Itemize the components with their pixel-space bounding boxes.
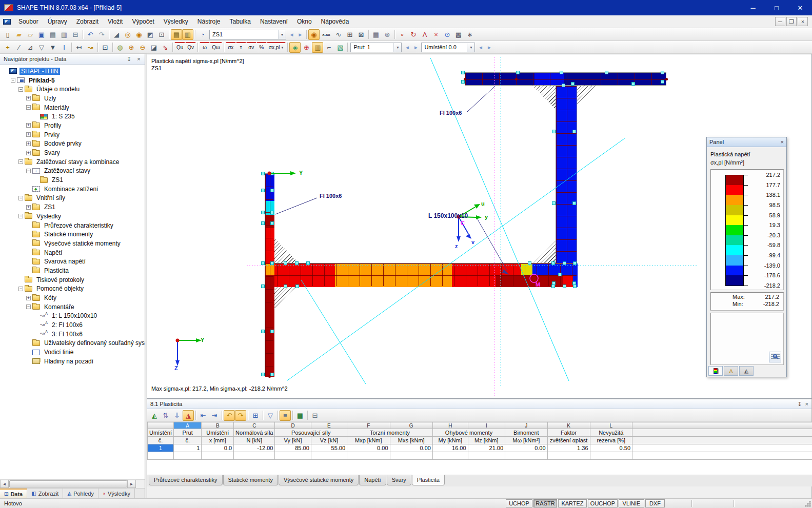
table-cell[interactable]: 16.00	[432, 444, 468, 452]
status-toggle-dxf[interactable]: DXF	[645, 499, 665, 507]
info-icon[interactable]: ⊙	[442, 29, 453, 40]
node-marker[interactable]	[516, 71, 520, 74]
tree-item-1-s-235[interactable]: 1: S 235	[0, 112, 145, 121]
panel-titlebar[interactable]: Panel ×	[707, 137, 786, 147]
menu-item-vysledky[interactable]: Výsledky	[159, 16, 193, 27]
tree-item-vodici-linie[interactable]: Vodicí linie	[0, 348, 145, 357]
node-marker[interactable]	[552, 130, 556, 133]
mdi-minimize-button[interactable]: ─	[775, 17, 785, 26]
close-button[interactable]: ✕	[788, 0, 812, 15]
node-marker[interactable]	[571, 82, 575, 86]
column-letter[interactable]: E	[311, 422, 347, 429]
resize-grip[interactable]	[805, 501, 811, 507]
node-marker[interactable]	[270, 211, 274, 214]
tbl-jump-icon[interactable]: ⇩	[171, 410, 183, 421]
result-qu-button[interactable]: Qu	[174, 42, 185, 52]
copy-icon[interactable]: ▤	[47, 29, 58, 40]
section-element-left-strip[interactable]	[265, 173, 274, 376]
node-marker[interactable]	[562, 84, 565, 87]
settings-icon[interactable]: ∗	[464, 29, 476, 40]
file-new-icon[interactable]: ▯	[2, 29, 13, 40]
node-marker[interactable]	[270, 330, 274, 333]
menu-item-nastaveni[interactable]: Nastavení	[255, 16, 292, 27]
tree-item-komentare[interactable]: −Komentáře	[0, 302, 145, 312]
expand-icon[interactable]: +	[26, 132, 31, 137]
node-marker[interactable]	[661, 71, 664, 74]
expand-icon[interactable]: +	[26, 296, 31, 300]
node-marker[interactable]	[261, 373, 265, 376]
node-marker[interactable]	[270, 172, 274, 175]
node-marker[interactable]	[552, 201, 556, 205]
maximize-button[interactable]: □	[765, 0, 788, 15]
table-cell[interactable]: 0.00	[347, 444, 390, 452]
crosshair-icon[interactable]: ⊕	[301, 42, 312, 53]
show-results-icon[interactable]: ◉	[308, 29, 320, 40]
menu-item-okno[interactable]: Okno	[292, 16, 316, 27]
select-icon[interactable]: ◩	[145, 29, 156, 40]
zoom-out-icon[interactable]: ⊖	[137, 42, 148, 53]
member-next-icon[interactable]: ►	[411, 43, 420, 52]
node-marker[interactable]	[558, 273, 562, 276]
view-tables-icon[interactable]: ▤	[171, 29, 182, 40]
table-cell[interactable]: 0.0	[202, 444, 234, 452]
zoom-window-icon[interactable]: ◪	[148, 42, 160, 53]
status-toggle-vlinie[interactable]: VLINIE	[619, 499, 644, 507]
table-cell[interactable]: 21.00	[468, 444, 505, 452]
node-marker[interactable]	[306, 261, 310, 265]
location-prev-icon[interactable]: ◄	[476, 43, 485, 52]
result-sigma-v-button[interactable]: σv	[246, 42, 256, 52]
tree-item-zs1[interactable]: +ZS1	[0, 202, 145, 212]
table-window-icon[interactable]: ⊞	[344, 29, 355, 40]
node-marker[interactable]	[572, 201, 576, 205]
location-combo-dropdown-icon[interactable]: ▼	[467, 43, 474, 52]
comment-tool-icon[interactable]: ↝	[85, 42, 96, 53]
menu-item-napoveda[interactable]: Nápověda	[316, 16, 354, 27]
node-marker[interactable]	[461, 71, 465, 74]
table-close-icon[interactable]: ×	[805, 401, 808, 407]
table-tab-plasticita[interactable]: Plasticita	[412, 475, 445, 485]
print-icon[interactable]: ▥	[58, 29, 70, 40]
duplicate-icon[interactable]: ⊡	[156, 29, 167, 40]
column-letter[interactable]: H	[432, 422, 468, 429]
tree-item-shape-thin[interactable]: SHAPE-THIN	[0, 67, 145, 76]
column-letter[interactable]: F	[347, 422, 390, 429]
menu-item-soubor[interactable]: Soubor	[14, 16, 43, 27]
tree-item-plasticita[interactable]: Plasticita	[0, 266, 145, 275]
column-letter[interactable]: D	[275, 422, 311, 429]
tree-item-koty[interactable]: +Kóty	[0, 293, 145, 302]
collapse-icon[interactable]: −	[18, 87, 23, 92]
mdi-restore-button[interactable]: ❐	[786, 17, 797, 26]
table-cell[interactable]: -12.00	[234, 444, 275, 452]
table-window-2-icon[interactable]: ⊠	[355, 29, 367, 40]
status-toggle-kartez[interactable]: KARTEZ	[558, 499, 587, 507]
new-node-icon[interactable]: +	[2, 42, 13, 53]
grid-icon[interactable]: ▦	[370, 29, 382, 40]
table-cell[interactable]: 55.00	[311, 444, 347, 452]
node-marker[interactable]	[461, 80, 465, 84]
tbl-rows-icon[interactable]: ⇅	[160, 410, 171, 421]
status-toggle-uchop[interactable]: UCHOP	[506, 499, 532, 507]
menu-item-vlozit[interactable]: Vložit	[103, 16, 127, 27]
expand-icon[interactable]: +	[26, 123, 31, 128]
section-element-bottom-flange[interactable]	[265, 263, 577, 287]
new-polyline-icon[interactable]: ⊿	[25, 42, 36, 53]
scroll-left-icon[interactable]: ◄	[0, 480, 9, 488]
point-element-icon[interactable]: ▼	[47, 42, 58, 53]
collapse-icon[interactable]: −	[26, 105, 31, 110]
table-tab-napeti[interactable]: Napětí	[359, 475, 386, 485]
tree-item-2-fi-100x6[interactable]: 2: FI 100x6	[0, 320, 145, 330]
navigator-hscrollbar[interactable]: ◄ ►	[0, 479, 145, 488]
node-marker[interactable]	[573, 261, 577, 265]
column-letter[interactable]: K	[547, 422, 590, 429]
node-marker[interactable]	[261, 211, 265, 214]
member-combo[interactable]: Prut: 1▼	[350, 43, 402, 52]
new-arc-icon[interactable]: ▽	[36, 42, 47, 53]
tbl-graphic-icon[interactable]: ◭	[149, 410, 160, 421]
node-marker[interactable]	[560, 71, 563, 74]
diagram-icon[interactable]: ∿	[333, 29, 344, 40]
status-toggle-ouchop[interactable]: OUCHOP	[588, 499, 618, 507]
collapse-icon[interactable]: −	[26, 304, 31, 309]
node-marker[interactable]	[528, 261, 531, 265]
node-marker[interactable]	[661, 80, 664, 84]
panel-tab-colorscale[interactable]	[708, 366, 723, 376]
